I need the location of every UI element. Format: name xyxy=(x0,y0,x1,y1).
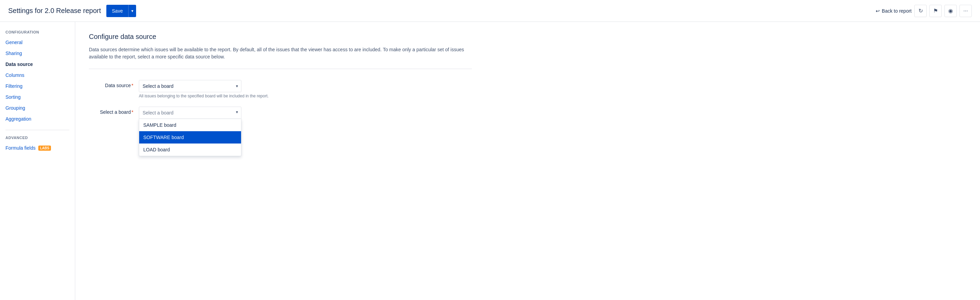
refresh-button[interactable]: ↻ xyxy=(914,5,927,17)
data-source-hint: All issues belonging to the specified bo… xyxy=(139,94,269,98)
sidebar-item-sharing[interactable]: Sharing xyxy=(0,48,75,59)
main-content: Configure data source Data sources deter… xyxy=(75,22,980,300)
labs-badge: LABS xyxy=(38,146,51,151)
sidebar-item-columns[interactable]: Columns xyxy=(0,70,75,81)
eye-button[interactable]: ◉ xyxy=(945,5,957,17)
board-option-load[interactable]: LOAD board xyxy=(139,143,241,156)
main-inner: Configure data source Data sources deter… xyxy=(75,22,485,138)
eye-icon: ◉ xyxy=(948,8,953,14)
header-left: Settings for 2.0 Release report Save ▾ xyxy=(8,5,136,17)
required-marker-board: * xyxy=(132,110,134,115)
sidebar-item-data-source[interactable]: Data source xyxy=(0,59,75,70)
save-dropdown-button[interactable]: ▾ xyxy=(128,5,136,17)
section-title: Configure data source xyxy=(89,33,472,41)
section-description: Data sources determine which issues will… xyxy=(89,46,465,60)
required-marker: * xyxy=(132,83,134,88)
back-to-report-label: Back to report xyxy=(882,8,912,14)
chevron-down-icon: ▾ xyxy=(131,8,134,13)
refresh-icon: ↻ xyxy=(918,8,923,14)
config-section-label: Configuration xyxy=(0,30,75,37)
flag-button[interactable]: ⚑ xyxy=(929,5,942,17)
sidebar-item-grouping[interactable]: Grouping xyxy=(0,103,75,113)
board-option-software[interactable]: SOFTWARE board xyxy=(139,131,241,143)
sidebar-item-filtering[interactable]: Filtering xyxy=(0,81,75,92)
save-button[interactable]: Save xyxy=(107,5,128,17)
data-source-label: Data source* xyxy=(89,80,134,88)
advanced-section-label: Advanced xyxy=(0,136,75,143)
formula-fields-label: Formula fields xyxy=(5,145,35,151)
data-source-select-wrapper: Select a board ▾ xyxy=(139,80,242,92)
data-source-field-group: Select a board ▾ All issues belonging to… xyxy=(139,80,269,98)
data-source-select[interactable]: Select a board xyxy=(139,80,242,92)
layout: Configuration General Sharing Data sourc… xyxy=(0,22,980,300)
back-arrow-icon: ↩ xyxy=(876,8,880,14)
board-search-input[interactable] xyxy=(139,106,242,119)
board-dropdown: SAMPLE board SOFTWARE board LOAD board xyxy=(139,119,242,156)
section-divider xyxy=(89,69,472,69)
sidebar-divider xyxy=(5,130,69,130)
sidebar-item-formula-fields[interactable]: Formula fields LABS xyxy=(0,143,75,153)
header-right: ↩ Back to report ↻ ⚑ ◉ ··· xyxy=(876,5,972,17)
back-to-report-link[interactable]: ↩ Back to report xyxy=(876,8,912,14)
flag-icon: ⚑ xyxy=(933,8,938,14)
sidebar: Configuration General Sharing Data sourc… xyxy=(0,22,75,300)
header: Settings for 2.0 Release report Save ▾ ↩… xyxy=(0,0,980,22)
page-title: Settings for 2.0 Release report xyxy=(8,7,101,15)
more-icon: ··· xyxy=(963,8,968,14)
data-source-row: Data source* Select a board ▾ All issues… xyxy=(89,80,472,98)
select-board-row: Select a board* ▾ SAMPLE board SOFTWARE … xyxy=(89,106,472,119)
board-select-container: ▾ SAMPLE board SOFTWARE board LOAD board xyxy=(139,106,242,119)
save-btn-group: Save ▾ xyxy=(107,5,136,17)
board-option-sample[interactable]: SAMPLE board xyxy=(139,119,241,131)
sidebar-item-sorting[interactable]: Sorting xyxy=(0,92,75,103)
board-label: Select a board* xyxy=(89,106,134,115)
sidebar-item-aggregation[interactable]: Aggregation xyxy=(0,113,75,124)
more-button[interactable]: ··· xyxy=(959,5,972,17)
sidebar-item-general[interactable]: General xyxy=(0,37,75,48)
